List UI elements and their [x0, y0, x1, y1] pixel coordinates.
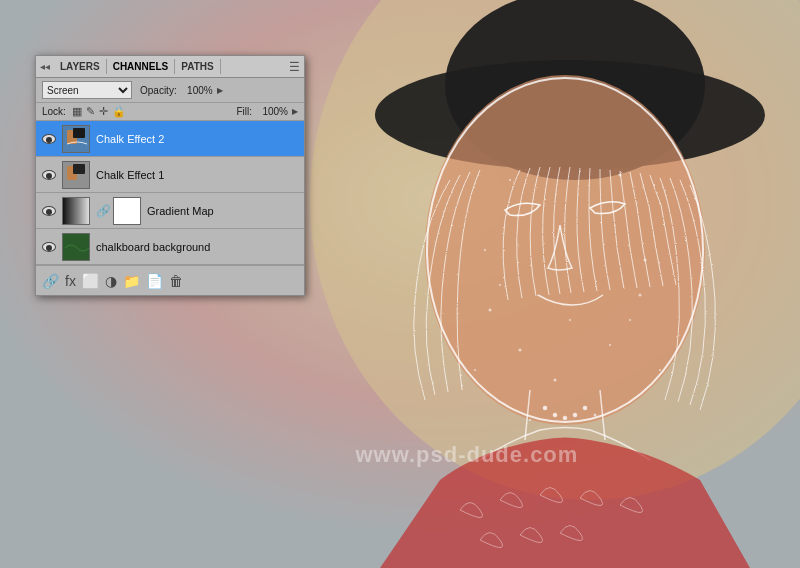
- svg-point-20: [659, 369, 661, 371]
- layer-item-gradmap[interactable]: 🔗 Gradient Map: [36, 193, 304, 229]
- svg-point-9: [639, 294, 642, 297]
- layer-eye-gradmap[interactable]: [40, 202, 58, 220]
- layer-eye-chalk1[interactable]: [40, 166, 58, 184]
- layer-name-chalk2: Chalk Effect 2: [96, 133, 300, 145]
- new-group-icon[interactable]: 📁: [123, 273, 140, 289]
- svg-point-26: [573, 413, 577, 417]
- layer-name-chalk1: Chalk Effect 1: [96, 169, 300, 181]
- fill-arrow[interactable]: ▶: [292, 107, 298, 116]
- svg-point-10: [629, 319, 631, 321]
- panel-header: ◂◂ LAYERS CHANNELS PATHS ☰: [36, 56, 304, 78]
- layer-thumb-gradmap: [62, 197, 90, 225]
- lock-checkerboard-icon[interactable]: ▦: [72, 105, 82, 118]
- svg-point-17: [529, 419, 531, 421]
- svg-point-7: [489, 309, 492, 312]
- link-layers-icon[interactable]: 🔗: [42, 273, 59, 289]
- svg-point-18: [594, 414, 597, 417]
- visibility-icon-chalkbg: [42, 242, 56, 252]
- opacity-arrow[interactable]: ▶: [217, 86, 223, 95]
- layer-thumb-chalk2: [62, 125, 90, 153]
- visibility-icon-chalk1: [42, 170, 56, 180]
- svg-point-23: [543, 406, 547, 410]
- svg-point-19: [474, 369, 476, 371]
- fill-label: Fill:: [236, 106, 252, 117]
- lock-row: Lock: ▦ ✎ ✛ 🔒 Fill: 100% ▶: [36, 103, 304, 121]
- tab-paths[interactable]: PATHS: [175, 59, 220, 74]
- layer-eye-chalkbg[interactable]: [40, 238, 58, 256]
- svg-point-13: [554, 379, 557, 382]
- new-fill-icon[interactable]: ◑: [105, 273, 117, 289]
- opacity-value: 100%: [181, 85, 213, 96]
- tab-layers[interactable]: LAYERS: [54, 59, 107, 74]
- svg-point-11: [519, 349, 522, 352]
- lock-lock-icon[interactable]: 🔒: [112, 105, 126, 118]
- layer-item-chalkbg[interactable]: chalkboard background: [36, 229, 304, 265]
- layer-eye-chalk2[interactable]: [40, 130, 58, 148]
- svg-point-27: [583, 406, 587, 410]
- lock-move-icon[interactable]: ✛: [99, 105, 108, 118]
- add-mask-icon[interactable]: ⬜: [82, 273, 99, 289]
- svg-rect-30: [73, 128, 85, 138]
- svg-point-14: [569, 319, 571, 321]
- lock-label: Lock:: [42, 106, 66, 117]
- layer-name-chalkbg: chalkboard background: [96, 241, 300, 253]
- svg-point-21: [509, 179, 511, 181]
- svg-point-22: [619, 174, 622, 177]
- svg-point-8: [499, 284, 501, 286]
- layer-name-gradmap: Gradient Map: [147, 205, 300, 217]
- visibility-icon-gradmap: [42, 206, 56, 216]
- panel-bottom-toolbar: 🔗 fx ⬜ ◑ 📁 📄 🗑: [36, 265, 304, 295]
- panel-collapse-icon[interactable]: ◂◂: [40, 61, 50, 72]
- new-layer-icon[interactable]: 📄: [146, 273, 163, 289]
- fill-value: 100%: [256, 106, 288, 117]
- layer-thumb-chalkbg: [62, 233, 90, 261]
- svg-point-25: [563, 416, 567, 420]
- layer-item-chalk2[interactable]: Chalk Effect 2: [36, 121, 304, 157]
- tab-channels[interactable]: CHANNELS: [107, 59, 176, 74]
- svg-rect-34: [63, 198, 90, 225]
- layer-mask-gradmap: [113, 197, 141, 225]
- svg-rect-33: [73, 164, 85, 174]
- svg-point-24: [553, 413, 557, 417]
- blend-row: Screen Normal Multiply Overlay Opacity: …: [36, 78, 304, 103]
- layer-item-chalk1[interactable]: Chalk Effect 1: [36, 157, 304, 193]
- layers-panel: ◂◂ LAYERS CHANNELS PATHS ☰ Screen Normal…: [35, 55, 305, 296]
- svg-point-15: [484, 249, 486, 251]
- svg-rect-35: [114, 198, 141, 225]
- watermark: www.psd-dude.com: [355, 442, 578, 468]
- layer-thumb-chalk1: [62, 161, 90, 189]
- blend-mode-select[interactable]: Screen Normal Multiply Overlay: [42, 81, 132, 99]
- opacity-label: Opacity:: [140, 85, 177, 96]
- visibility-icon-chalk2: [42, 134, 56, 144]
- svg-point-12: [609, 344, 611, 346]
- fx-icon[interactable]: fx: [65, 273, 76, 289]
- layer-list: Chalk Effect 2 Chalk Effect 1: [36, 121, 304, 265]
- panel-menu-icon[interactable]: ☰: [289, 60, 300, 74]
- delete-layer-icon[interactable]: 🗑: [169, 273, 183, 289]
- svg-point-16: [644, 259, 647, 262]
- lock-brush-icon[interactable]: ✎: [86, 105, 95, 118]
- link-icon-gradmap: 🔗: [96, 204, 111, 218]
